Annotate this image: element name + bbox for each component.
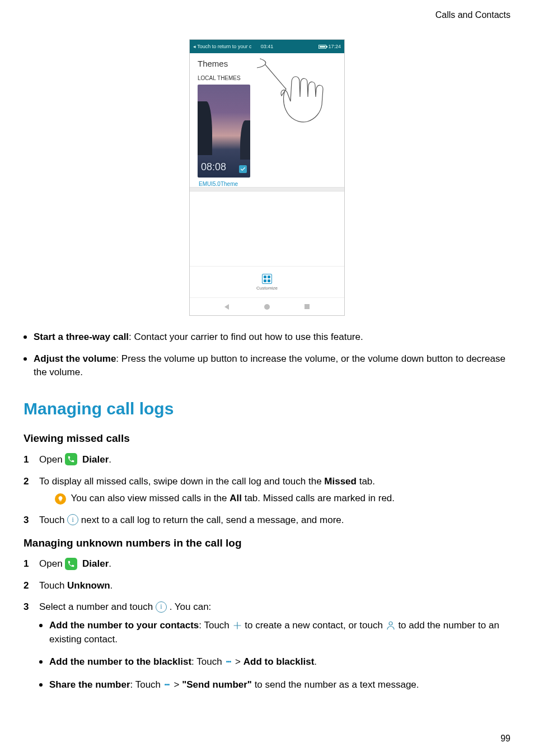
sub1-step1: Open Dialer. — [24, 453, 510, 467]
nav-back-icon — [224, 304, 229, 310]
sub2-s1-bold: Dialer — [82, 558, 109, 569]
sub1-s3-b: next to a call log to return the call, s… — [81, 515, 344, 525]
sub1-step3: Touch i next to a call log to return the… — [24, 514, 510, 528]
contact-icon — [386, 620, 396, 631]
sub1-s1-bold: Dialer — [82, 454, 109, 465]
theme-name-label: EMUI5.0Theme — [198, 178, 344, 187]
battery-icon — [318, 45, 326, 49]
sub2-s1-pre: Open — [39, 558, 65, 569]
bullet-threeway-rest: : Contact your carrier to find out how t… — [129, 332, 363, 342]
sub1-steps: Open Dialer. To display all missed calls… — [24, 453, 510, 528]
statusbar-center-time: 03:41 — [261, 44, 274, 49]
sub1-s3-a: Touch — [39, 515, 67, 525]
n2-strong: Add the number to the blacklist — [49, 656, 191, 667]
customize-label: Customize — [256, 286, 278, 291]
customize-icon — [262, 274, 272, 284]
phone-statusbar: ◂ Touch to return to your c 03:41 17:24 — [190, 40, 344, 53]
n3-b: > — [174, 679, 182, 690]
n2-a: : Touch — [191, 656, 224, 667]
n1-b: to create a new contact, or touch — [245, 620, 385, 631]
n3-a: : Touch — [130, 679, 163, 690]
statusbar-right: 17:24 — [318, 44, 341, 49]
statusbar-right-time: 17:24 — [328, 44, 341, 49]
svg-point-0 — [389, 622, 392, 625]
dialer-icon — [65, 558, 77, 570]
sub1-s1-post: . — [109, 454, 111, 465]
theme-clock-text: 08:08 — [201, 161, 226, 173]
sub2-s1-post: . — [109, 558, 111, 569]
top-bullet-list: Start a three-way call: Contact your car… — [24, 330, 510, 380]
n1-a: : Touch — [199, 620, 232, 631]
theme-cliff-left — [198, 101, 212, 155]
sub1-note-a: You can also view missed calls in the — [71, 493, 229, 503]
sub1-s1-pre: Open — [39, 454, 65, 465]
nav-home-icon — [264, 304, 270, 310]
n1-strong: Add the number to your contacts — [49, 620, 199, 631]
lightbulb-icon — [55, 493, 66, 505]
sub2-title: Managing unknown numbers in the call log — [24, 535, 510, 551]
sub2-s2-bold: Unknown — [67, 580, 110, 591]
phone-screenshot-wrapper: ◂ Touch to return to your c 03:41 17:24 … — [24, 39, 510, 316]
sub1-s2-bold: Missed — [324, 476, 357, 487]
sub2-steps: Open Dialer. Touch Unknown. Select a num… — [24, 557, 510, 692]
section-title: Managing call logs — [24, 396, 510, 421]
sub1-note-bold: All — [229, 493, 242, 503]
plus-icon — [232, 620, 242, 631]
sub1-step2: To display all missed calls, swipe down … — [24, 475, 510, 506]
nested-add-contacts: Add the number to your contacts: Touch t… — [39, 619, 510, 646]
n3-c: to send the number as a text message. — [252, 679, 419, 690]
more-vertical-icon — [163, 679, 171, 690]
sub1-note-b: tab. Missed calls are marked in red. — [242, 493, 395, 503]
statusbar-left-text: ◂ Touch to return to your c — [193, 44, 251, 49]
theme-thumbnail: 08:08 — [198, 85, 250, 178]
bullet-threeway-strong: Start a three-way call — [34, 332, 129, 342]
sub2-step2: Touch Unknown. — [24, 579, 510, 593]
bullet-threeway: Start a three-way call: Contact your car… — [24, 330, 510, 344]
sub2-step1: Open Dialer. — [24, 557, 510, 571]
sub1-title: Viewing missed calls — [24, 431, 510, 446]
sub2-step3: Select a number and touch i . You can: A… — [24, 600, 510, 692]
dialer-icon — [65, 453, 77, 465]
theme-cliff-right — [240, 120, 250, 160]
sub2-s2-b: . — [110, 580, 113, 591]
bullet-volume: Adjust the volume: Press the volume up b… — [24, 352, 510, 380]
body-content: Start a three-way call: Contact your car… — [24, 330, 510, 692]
sub1-s2-b: tab. — [357, 476, 375, 487]
sub2-s3-a: Select a number and touch — [39, 601, 156, 612]
nested-share: Share the number: Touch > "Send number" … — [39, 678, 510, 692]
phone-mock: ◂ Touch to return to your c 03:41 17:24 … — [189, 39, 345, 316]
header-breadcrumb: Calls and Contacts — [435, 10, 510, 20]
sub1-s2-a: To display all missed calls, swipe down … — [39, 476, 324, 487]
phone-divider — [190, 187, 344, 192]
more-vertical-icon — [224, 656, 232, 668]
phone-spacer — [190, 192, 344, 266]
phone-bottom-row: Customize — [190, 266, 344, 297]
n2-b: > — [235, 656, 243, 667]
n2-bold: Add to blacklist — [243, 656, 315, 667]
sub1-s2-note: You can also view missed calls in the Al… — [39, 492, 510, 506]
sub2-nested-list: Add the number to your contacts: Touch t… — [39, 619, 510, 692]
sub2-s2-a: Touch — [39, 580, 67, 591]
n2-c: . — [314, 656, 317, 667]
bullet-volume-strong: Adjust the volume — [34, 353, 116, 364]
n3-strong: Share the number — [49, 679, 130, 690]
info-i-icon: i — [67, 514, 78, 525]
theme-check-icon — [239, 165, 247, 173]
n3-bold: "Send number" — [182, 679, 252, 690]
hand-gesture-icon — [255, 54, 327, 138]
page-number: 99 — [500, 734, 510, 744]
nav-recent-icon — [305, 304, 310, 309]
sub2-s3-b: . You can: — [170, 601, 212, 612]
phone-navbar — [190, 297, 344, 315]
info-i-icon: i — [156, 601, 167, 613]
nested-blacklist: Add the number to the blacklist: Touch >… — [39, 655, 510, 669]
